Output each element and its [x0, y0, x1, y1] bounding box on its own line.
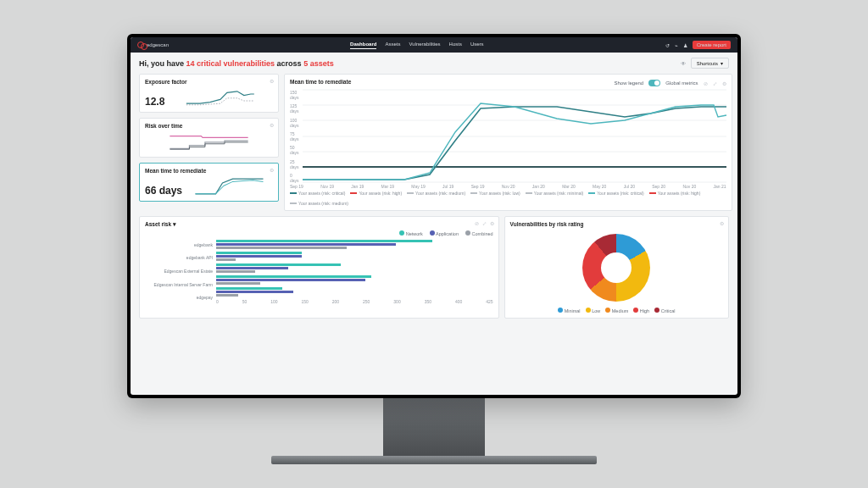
mttr-sparkline	[186, 176, 273, 197]
nav-vulnerabilities[interactable]: Vulnerabilities	[409, 42, 440, 49]
gear-icon[interactable]: ⚙	[270, 78, 274, 84]
top-nav: edgescan Dashboard Assets Vulnerabilitie…	[131, 37, 737, 53]
monitor-stand-base	[271, 456, 597, 464]
card-vuln-rating: ⚙ Vulnerabilities by risk rating Minimal…	[504, 216, 729, 319]
headline: Hi, you have 14 critical vulnerabilities…	[139, 59, 334, 68]
show-legend-label: Show legend	[615, 80, 644, 86]
asset-risk-legend: Network Application Combined	[145, 230, 493, 236]
headline-pre: Hi, you have	[139, 59, 186, 68]
nav-hosts[interactable]: Hosts	[449, 42, 462, 49]
brand-name: edgescan	[147, 42, 169, 47]
mttr-mini-title: Mean time to remediate	[145, 168, 273, 174]
risk-title: Risk over time	[145, 123, 273, 129]
mttr-line-chart	[303, 90, 726, 183]
chevron-down-icon: ▾	[721, 60, 723, 66]
mttr-y-axis: 150 days125 days100 days75 days50 days25…	[290, 90, 299, 183]
card-mttr-large: Mean time to remediate Show legend Globa…	[284, 74, 732, 211]
asset-risk-x-axis: 050100150200250300350400425	[216, 299, 493, 304]
shortcut-icon[interactable]: ⌁	[675, 42, 678, 48]
visibility-icon[interactable]: 👁	[681, 61, 686, 66]
nav-tabs: Dashboard Assets Vulnerabilities Hosts U…	[169, 42, 665, 49]
risk-sparkline	[145, 131, 273, 152]
top-actions: ↺ ⌁ ♟ Create report	[665, 41, 731, 49]
headline-critical: 14 critical vulnerabilities	[186, 59, 275, 68]
show-legend-toggle[interactable]	[648, 80, 660, 86]
logo-icon	[137, 42, 144, 48]
vuln-rating-title: Vulnerabilities by risk rating	[510, 221, 723, 227]
card-exposure-factor[interactable]: ⚙ Exposure factor 12.8	[139, 74, 279, 113]
exposure-value: 12.8	[145, 96, 164, 108]
monitor-frame: edgescan Dashboard Assets Vulnerabilitie…	[127, 34, 741, 398]
history-icon[interactable]: ↺	[665, 42, 670, 48]
reset-icon[interactable]: ⊘	[704, 80, 708, 86]
exposure-title: Exposure factor	[145, 79, 273, 85]
chevron-down-icon[interactable]: ▾	[173, 221, 176, 227]
headline-assets: 5 assets	[303, 59, 334, 68]
card-asset-risk: ⊘⤢⚙ Asset risk ▾ Network Application Com…	[139, 216, 499, 319]
headline-mid: across	[275, 59, 303, 68]
asset-risk-title: Asset risk ▾	[145, 221, 493, 228]
create-report-button[interactable]: Create report	[693, 41, 731, 49]
mttr-x-axis: Sep 19Nov 19Jan 19Mar 19May 19Jul 19Sep …	[290, 184, 726, 189]
monitor-stand-neck	[383, 398, 485, 458]
screen: edgescan Dashboard Assets Vulnerabilitie…	[131, 37, 737, 395]
user-icon[interactable]: ♟	[683, 42, 687, 48]
nav-users[interactable]: Users	[470, 42, 484, 49]
gear-icon[interactable]: ⚙	[722, 80, 726, 86]
shortcuts-dropdown[interactable]: Shortcuts ▾	[691, 58, 729, 69]
gear-icon[interactable]: ⚙	[270, 167, 274, 173]
gear-icon[interactable]: ⚙	[270, 122, 274, 128]
expand-icon[interactable]: ⤢	[482, 220, 487, 226]
global-metrics-label: Global metrics	[665, 80, 698, 86]
vuln-rating-legend: Minimal Low Medium High Critical	[510, 308, 723, 313]
mttr-legend: Your assets (risk: critical) Your assets…	[290, 191, 726, 206]
vuln-donut-chart	[582, 234, 650, 302]
asset-risk-row-labels: edgebank edgebank API Edgescan External …	[145, 238, 213, 304]
shortcuts-label: Shortcuts	[697, 61, 718, 66]
exposure-sparkline	[168, 87, 273, 108]
card-risk-over-time[interactable]: ⚙ Risk over time	[139, 118, 279, 158]
nav-assets[interactable]: Assets	[385, 42, 400, 49]
gear-icon[interactable]: ⚙	[490, 220, 494, 226]
mttr-mini-value: 66 days	[145, 185, 182, 197]
page-header: Hi, you have 14 critical vulnerabilities…	[131, 53, 737, 74]
nav-dashboard[interactable]: Dashboard	[350, 42, 376, 49]
expand-icon[interactable]: ⤢	[713, 80, 717, 86]
brand-logo[interactable]: edgescan	[137, 42, 169, 48]
mini-cards-column: ⚙ Exposure factor 12.8 ⚙ Risk over time	[139, 74, 279, 211]
asset-risk-bars: 050100150200250300350400425	[216, 238, 493, 304]
gear-icon[interactable]: ⚙	[720, 220, 724, 226]
mttr-title: Mean time to remediate	[290, 79, 351, 85]
reset-icon[interactable]: ⊘	[475, 220, 479, 226]
card-mttr-mini[interactable]: ⚙ Mean time to remediate 66 days	[139, 163, 279, 202]
